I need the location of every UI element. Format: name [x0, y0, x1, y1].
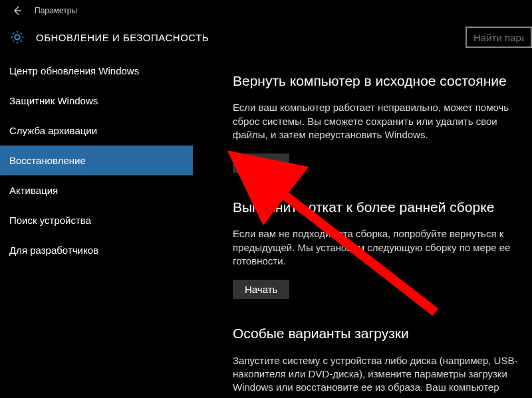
sidebar-item-windows-update[interactable]: Центр обновления Windows: [0, 56, 193, 86]
page-title: ОБНОВЛЕНИЕ И БЕЗОПАСНОСТЬ: [36, 32, 209, 43]
sidebar-item-developers[interactable]: Для разработчиков: [0, 235, 193, 265]
section-body: Если ваш компьютер работает неправильно,…: [233, 101, 519, 142]
reset-start-button[interactable]: Начать: [233, 153, 289, 173]
sidebar-item-find-device[interactable]: Поиск устройства: [0, 205, 193, 235]
sidebar-item-label: Восстановление: [9, 155, 86, 166]
back-button[interactable]: [7, 0, 28, 21]
search-input[interactable]: [466, 27, 532, 48]
sidebar-item-label: Служба архивации: [9, 125, 97, 136]
section-go-back-build: Выполнить откат к более ранней сборке Ес…: [233, 198, 519, 299]
header: ОБНОВЛЕНИЕ И БЕЗОПАСНОСТЬ: [0, 21, 532, 53]
sidebar-item-backup[interactable]: Служба архивации: [0, 116, 193, 146]
sidebar-item-label: Поиск устройства: [9, 215, 91, 226]
section-heading: Особые варианты загрузки: [233, 324, 519, 343]
sidebar-item-defender[interactable]: Защитник Windows: [0, 86, 193, 116]
app-title: Параметры: [35, 6, 77, 15]
content: Вернуть компьютер в исходное состояние Е…: [193, 53, 532, 398]
section-advanced-startup: Особые варианты загрузки Запустите систе…: [233, 324, 519, 394]
rollback-start-button[interactable]: Начать: [233, 280, 289, 299]
section-body: Если вам не подходит эта сборка, попробу…: [233, 227, 519, 268]
sidebar-item-label: Защитник Windows: [9, 95, 98, 106]
sidebar-item-label: Для разработчиков: [9, 245, 98, 256]
sidebar-item-label: Активация: [9, 185, 58, 196]
section-body: Запустите систему с устройства либо диск…: [233, 354, 519, 395]
sidebar: Центр обновления Windows Защитник Window…: [0, 53, 193, 398]
sidebar-item-activation[interactable]: Активация: [0, 175, 193, 205]
gear-icon: [9, 29, 25, 45]
titlebar: Параметры: [0, 0, 532, 21]
section-heading: Вернуть компьютер в исходное состояние: [233, 72, 519, 90]
sidebar-item-recovery[interactable]: Восстановление: [0, 146, 193, 175]
arrow-left-icon: [12, 5, 23, 16]
section-heading: Выполнить откат к более ранней сборке: [233, 198, 519, 217]
section-reset-pc: Вернуть компьютер в исходное состояние Е…: [233, 72, 519, 173]
sidebar-item-label: Центр обновления Windows: [9, 65, 139, 76]
